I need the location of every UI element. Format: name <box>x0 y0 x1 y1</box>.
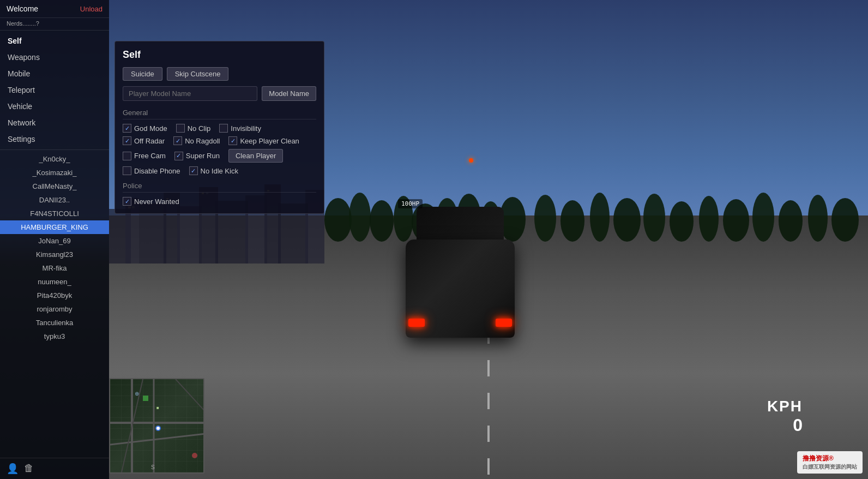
speed-value: 0 <box>767 415 803 435</box>
sidebar-item-network[interactable]: Network <box>0 115 109 131</box>
hud-speed: KPH 0 <box>767 398 803 435</box>
minimap: ⊕ ■ S <box>109 378 204 474</box>
clean-player-button[interactable]: Clean Player <box>228 149 283 163</box>
sidebar-item-vehicle[interactable]: Vehicle <box>0 98 109 115</box>
svg-line-41 <box>110 434 204 445</box>
option-free-cam-label: Free Cam <box>134 152 166 160</box>
svg-text:■: ■ <box>156 405 159 410</box>
police-section-label: Police <box>123 182 316 193</box>
speed-unit: KPH <box>767 398 803 415</box>
checkbox-god-mode[interactable]: ✓ <box>123 124 131 133</box>
player-model-input[interactable] <box>123 86 257 101</box>
option-no-idle-kick[interactable]: ✓ No Idle Kick <box>189 166 238 175</box>
svg-text:⊕: ⊕ <box>135 391 139 397</box>
traffic-light <box>469 158 473 163</box>
checkbox-keep-player-clean[interactable]: ✓ <box>228 136 237 145</box>
minimap-roads-svg: ⊕ ■ S <box>110 379 204 474</box>
person-icon[interactable]: 👤 <box>7 463 19 475</box>
sidebar: Welcome Unload Nerds........? Self Weapo… <box>0 0 109 479</box>
checkbox-super-run[interactable]: ✓ <box>174 152 183 160</box>
checkbox-no-idle-kick[interactable]: ✓ <box>189 166 198 175</box>
suicide-button[interactable]: Suicide <box>123 67 162 81</box>
model-name-button[interactable]: Model Name <box>262 86 316 101</box>
sidebar-item-self[interactable]: Self <box>0 33 109 49</box>
general-section-label: General <box>123 109 316 119</box>
option-super-run-label: Super Run <box>186 152 220 160</box>
skip-cutscene-button[interactable]: Skip Cutscene <box>167 67 229 81</box>
player-list: _Kn0cky_ _Kosimazaki_ CallMeNasty_ DANII… <box>0 150 109 458</box>
watermark-subtitle: 白嫖互联网资源的网站 <box>803 463 857 471</box>
option-super-run[interactable]: ✓ Super Run <box>174 152 220 160</box>
option-off-radar[interactable]: ✓ Off Radar <box>123 136 165 145</box>
svg-point-47 <box>192 453 197 458</box>
option-no-clip-label: No Clip <box>188 124 211 133</box>
player-item[interactable]: Tanculienka <box>0 316 109 330</box>
option-no-ragdoll-label: No Ragdoll <box>185 137 220 145</box>
option-no-clip[interactable]: No Clip <box>176 124 211 133</box>
player-item[interactable]: _Kosimazaki_ <box>0 166 109 179</box>
option-disable-phone-label: Disable Phone <box>134 167 180 175</box>
taillight-right <box>496 319 512 327</box>
player-item[interactable]: MR-fika <box>0 261 109 275</box>
checkbox-disable-phone[interactable] <box>123 166 131 175</box>
watermark-brand: 撸撸资源® <box>803 454 857 463</box>
checkbox-free-cam[interactable] <box>123 152 131 160</box>
option-god-mode-label: God Mode <box>134 124 167 133</box>
option-god-mode[interactable]: ✓ God Mode <box>123 124 167 133</box>
sidebar-item-settings[interactable]: Settings <box>0 131 109 147</box>
sidebar-item-mobile[interactable]: Mobile <box>0 65 109 82</box>
player-item[interactable]: _Kn0cky_ <box>0 152 109 166</box>
taillight-left <box>408 319 425 327</box>
sidebar-nav: Self Weapons Mobile Teleport Vehicle Net… <box>0 31 109 150</box>
checkbox-invisibility[interactable] <box>219 124 228 133</box>
checkbox-off-radar[interactable]: ✓ <box>123 136 131 145</box>
svg-point-45 <box>156 427 160 430</box>
model-input-row: Model Name <box>123 86 316 101</box>
trash-icon[interactable]: 🗑 <box>24 463 34 475</box>
player-item[interactable]: typku3 <box>0 330 109 343</box>
watermark: 撸撸资源® 白嫖互联网资源的网站 <box>797 451 863 474</box>
sidebar-footer: 👤 🗑 <box>0 458 109 479</box>
player-vehicle <box>406 239 515 360</box>
checkbox-never-wanted[interactable]: ✓ <box>123 197 131 206</box>
car-roof <box>417 207 504 242</box>
player-item-selected[interactable]: HAMBURGER_KING <box>0 220 109 234</box>
player-item[interactable]: Kimsangl23 <box>0 248 109 261</box>
panel-action-buttons: Suicide Skip Cutscene <box>123 67 316 81</box>
svg-line-43 <box>176 379 204 412</box>
sidebar-header: Welcome Unload <box>0 0 109 18</box>
player-item[interactable]: nuumeen_ <box>0 275 109 289</box>
option-disable-phone[interactable]: Disable Phone <box>123 166 180 175</box>
option-off-radar-label: Off Radar <box>134 137 165 145</box>
option-keep-player-clean[interactable]: ✓ Keep Player Clean <box>228 136 299 145</box>
minimap-inner: ⊕ ■ S <box>110 379 203 472</box>
hud-hp: 100HP <box>398 199 423 208</box>
option-free-cam[interactable]: Free Cam <box>123 152 166 160</box>
option-keep-player-clean-label: Keep Player Clean <box>240 137 299 145</box>
sidebar-welcome-label: Welcome <box>7 4 38 13</box>
sidebar-item-weapons[interactable]: Weapons <box>0 49 109 65</box>
svg-text:S: S <box>151 464 155 470</box>
option-never-wanted[interactable]: ✓ Never Wanted <box>123 197 316 206</box>
sidebar-item-teleport[interactable]: Teleport <box>0 82 109 98</box>
player-item[interactable]: F4N4STICOLLI <box>0 207 109 220</box>
player-item[interactable]: ronjaromby <box>0 302 109 316</box>
checkbox-no-ragdoll[interactable]: ✓ <box>173 136 182 145</box>
checkbox-no-clip[interactable] <box>176 124 185 133</box>
option-no-idle-kick-label: No Idle Kick <box>201 167 238 175</box>
car-body <box>406 239 515 338</box>
player-item[interactable]: CallMeNasty_ <box>0 179 109 193</box>
unload-button[interactable]: Unload <box>80 5 103 13</box>
player-item[interactable]: JoNan_69 <box>0 234 109 248</box>
option-invisibility-label: Invisibility <box>231 124 261 133</box>
option-never-wanted-label: Never Wanted <box>134 197 179 206</box>
sidebar-username: Nerds........? <box>0 18 109 31</box>
self-panel: Self Suicide Skip Cutscene Model Name Ge… <box>114 41 324 214</box>
option-no-ragdoll[interactable]: ✓ No Ragdoll <box>173 136 220 145</box>
player-item[interactable]: DANII23.. <box>0 193 109 207</box>
option-invisibility[interactable]: Invisibility <box>219 124 261 133</box>
panel-title: Self <box>123 49 316 61</box>
player-item[interactable]: Pita420byk <box>0 289 109 302</box>
svg-rect-46 <box>143 396 148 401</box>
